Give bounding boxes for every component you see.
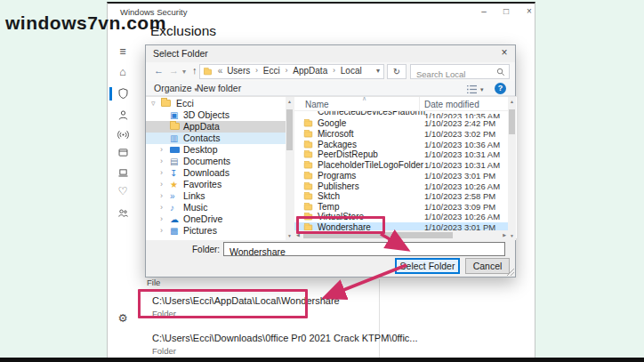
tree-item-downloads[interactable]: › ↧ Downloads xyxy=(146,167,286,179)
folder-icon xyxy=(304,205,312,211)
tree-item-desktop[interactable]: › Desktop xyxy=(146,144,286,156)
scroll-up-icon[interactable]: ▲ xyxy=(508,99,516,104)
app-browser-control-icon[interactable] xyxy=(112,147,133,158)
back-icon[interactable]: ← xyxy=(154,65,164,76)
file-row[interactable]: Microsoft1/10/2023 3:02 PM xyxy=(294,129,508,140)
view-caret-icon[interactable]: ▾ xyxy=(480,86,484,93)
resize-grip[interactable] xyxy=(507,269,514,276)
file-row[interactable]: Sktch1/10/2023 2:58 PM xyxy=(294,191,508,202)
details-view-icon[interactable] xyxy=(466,84,478,94)
tree-expander-icon[interactable]: › xyxy=(160,156,163,167)
close-button[interactable]: × xyxy=(523,6,535,16)
device-security-laptop-icon[interactable] xyxy=(112,167,133,179)
file-row[interactable]: Programs1/10/2023 3:01 PM xyxy=(294,171,508,181)
tree-item-documents[interactable]: › ▤ Documents xyxy=(146,156,286,167)
tree-item-label: Contacts xyxy=(183,133,220,144)
navigation-bar: ← → ▾ ↑ « Users › Ecci › AppData › Local… xyxy=(146,62,515,81)
scrollbar-thumb[interactable] xyxy=(509,109,515,134)
tree-item-links[interactable]: › » Links xyxy=(146,190,286,202)
search-icon xyxy=(496,68,505,76)
column-header-date[interactable]: Date modified xyxy=(424,100,479,109)
select-folder-button[interactable]: Select Folder xyxy=(395,258,460,274)
scroll-down-icon[interactable]: ▼ xyxy=(508,233,516,238)
sort-ascending-icon: ∧ xyxy=(362,97,366,102)
column-header-name[interactable]: Name xyxy=(305,100,329,109)
file-row[interactable]: Google1/10/2023 2:42 PM xyxy=(294,118,508,129)
screenshot-stage: windows7vn.com Windows Security – □ × Ex… xyxy=(0,0,644,362)
tree-item-label: Music xyxy=(183,202,207,213)
folder-name-field[interactable] xyxy=(223,242,505,256)
tree-expander-icon[interactable]: ▿ xyxy=(151,98,156,109)
tree-item-contacts[interactable]: ▥ Contacts xyxy=(146,133,286,144)
scroll-right-icon[interactable]: ▶ xyxy=(503,232,506,237)
scroll-down-icon[interactable]: ▼ xyxy=(286,233,294,238)
pictures-icon: ▩ xyxy=(170,225,178,237)
links-icon: » xyxy=(170,190,175,202)
firewall-network-icon[interactable] xyxy=(112,129,133,141)
file-row[interactable]: PeerDistRepub1/10/2023 10:31 AM xyxy=(294,149,508,160)
breadcrumb-segment[interactable]: AppData xyxy=(293,66,327,76)
list-scrollbar[interactable]: ▲ ▼ xyxy=(508,97,516,240)
tree-item-onedrive[interactable]: › ☁ OneDrive xyxy=(146,213,286,225)
maximize-button[interactable]: □ xyxy=(500,6,512,16)
help-icon[interactable]: ? xyxy=(495,83,506,94)
collapsed-crumbs-icon[interactable]: « xyxy=(216,66,225,76)
user-folder-icon xyxy=(161,100,171,107)
tree-item-label: Desktop xyxy=(183,144,218,156)
tree-item-label: Ecci xyxy=(176,98,194,109)
new-folder-button[interactable]: New folder xyxy=(197,83,241,93)
tree-item-label: 3D Objects xyxy=(183,109,229,121)
exclusion-item[interactable]: C:\Users\Ecci\Downloads\0ffice Pr0 2021 … xyxy=(152,333,418,356)
favorites-star-icon: ★ xyxy=(170,179,178,190)
account-protection-person-icon[interactable] xyxy=(112,109,133,121)
file-row-clipped[interactable]: ConnectedDevicesPlatform 1/10/2023 10:35… xyxy=(294,111,508,118)
minimize-button[interactable]: – xyxy=(478,6,490,16)
column-divider[interactable] xyxy=(419,97,420,111)
refresh-icon[interactable]: ↻ xyxy=(387,64,407,79)
tree-expander-icon[interactable]: › xyxy=(160,225,163,237)
tree-item-3d-objects[interactable]: ▣ 3D Objects xyxy=(146,109,286,121)
family-options-icon[interactable] xyxy=(112,207,133,219)
tree-expander-icon[interactable]: › xyxy=(160,213,163,225)
file-date: 1/10/2023 3:02 PM xyxy=(424,129,495,140)
address-breadcrumb[interactable]: « Users › Ecci › AppData › Local ▾ xyxy=(199,64,384,79)
tree-item-label: Favorites xyxy=(183,179,221,190)
tree-item-music[interactable]: › ♪ Music xyxy=(146,202,286,213)
search-box[interactable] xyxy=(410,64,510,79)
tree-expander-icon[interactable]: › xyxy=(160,190,163,202)
breadcrumb-segment[interactable]: Users xyxy=(227,66,250,76)
up-icon[interactable]: ↑ xyxy=(192,65,197,76)
organize-button[interactable]: Organize ▾ xyxy=(154,83,197,93)
scrollbar-thumb[interactable] xyxy=(286,109,293,150)
device-performance-health-icon[interactable]: ♡ xyxy=(112,185,133,197)
menu-icon[interactable]: ≡ xyxy=(112,45,133,58)
documents-icon: ▤ xyxy=(170,156,178,167)
scroll-up-icon[interactable]: ▲ xyxy=(286,99,294,104)
cancel-button[interactable]: Cancel xyxy=(465,258,510,274)
file-name: PlaceholderTileLogoFolder xyxy=(318,160,423,171)
home-icon[interactable]: ⌂ xyxy=(112,66,133,78)
file-date: 1/10/2023 3:01 PM xyxy=(424,171,495,181)
file-name: PeerDistRepub xyxy=(318,149,378,160)
tree-item-appdata[interactable]: AppData xyxy=(146,121,286,133)
tree-expander-icon[interactable]: › xyxy=(160,167,163,179)
tree-item-favorites[interactable]: › ★ Favorites xyxy=(146,179,286,190)
folder-name-input[interactable] xyxy=(228,245,495,258)
breadcrumb-segment[interactable]: Local xyxy=(341,66,362,76)
file-date: 1/10/2023 10:31 AM xyxy=(424,149,500,160)
search-input[interactable] xyxy=(415,68,496,80)
exclusion-kind: Folder xyxy=(152,346,418,356)
tree-expander-icon[interactable]: › xyxy=(160,179,163,190)
breadcrumb-segment[interactable]: Ecci xyxy=(263,66,280,76)
tree-item-pictures[interactable]: › ▩ Pictures xyxy=(146,225,286,237)
dialog-close-icon[interactable]: × xyxy=(498,46,511,59)
history-caret-icon[interactable]: ▾ xyxy=(182,68,186,76)
tree-scrollbar[interactable]: ▲ ▼ xyxy=(286,97,294,240)
tree-item-ecci[interactable]: ▿ Ecci xyxy=(146,98,286,109)
address-caret-icon[interactable]: ▾ xyxy=(376,67,380,75)
virus-threat-protection-shield-icon[interactable] xyxy=(112,87,133,100)
file-row[interactable]: PlaceholderTileLogoFolder1/10/2023 10:31… xyxy=(294,160,508,171)
settings-gear-icon[interactable]: ⚙ xyxy=(112,312,133,325)
tree-expander-icon[interactable]: › xyxy=(160,144,163,156)
tree-expander-icon[interactable]: › xyxy=(160,202,163,213)
